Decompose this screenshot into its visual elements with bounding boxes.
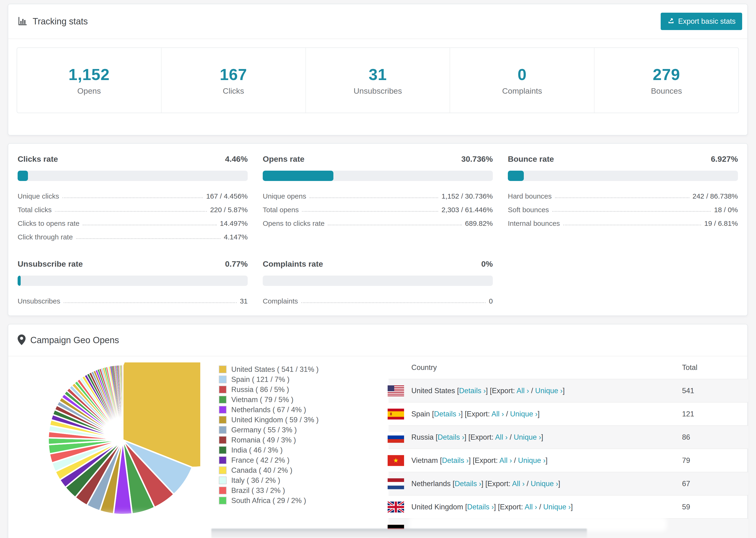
export-unique-link[interactable]: Unique ›: [535, 387, 563, 395]
rate-row-label: Unique clicks: [18, 192, 59, 200]
legend-swatch: [219, 426, 227, 434]
legend-label: Canada ( 40 / 2% ): [231, 466, 292, 475]
progress-bar-fill: [18, 276, 21, 286]
rate-row: Click through rate 4.147%: [18, 228, 248, 241]
legend-label: United States ( 541 / 31% ): [231, 365, 319, 374]
details-link[interactable]: Details ›: [438, 433, 464, 441]
legend-item: Brazil ( 33 / 2% ): [219, 485, 319, 496]
geo-body: United States ( 541 / 31% ) Spain ( 121 …: [8, 356, 747, 538]
country-total: 59: [682, 503, 690, 511]
legend-swatch: [219, 446, 227, 454]
flag-gb-icon: [388, 501, 404, 512]
flag-vn-icon: [388, 455, 404, 466]
legend-swatch: [219, 476, 227, 484]
dotted-leader: [309, 197, 438, 198]
country-total: 79: [682, 456, 690, 465]
geo-pie-chart[interactable]: [45, 362, 200, 517]
legend-item: Russia ( 86 / 5% ): [219, 385, 319, 395]
country-name: Spain: [411, 410, 430, 418]
legend-item: France ( 42 / 2% ): [219, 455, 319, 465]
rates-grid: Clicks rate 4.46% Unique clicks 167 / 4.…: [8, 144, 747, 316]
country-name: Vietnam: [411, 456, 438, 464]
rate-row-label: Total clicks: [18, 206, 52, 214]
summary-row: 1,152 Opens 167 Clicks 31 Unsubscribes 0…: [17, 47, 739, 113]
map-pin-icon: [18, 335, 26, 346]
export-unique-link[interactable]: Unique ›: [531, 480, 558, 488]
export-all-link[interactable]: All ›: [512, 480, 524, 488]
rate-row: Opens to clicks rate 689.82%: [263, 214, 493, 228]
rates-card: Clicks rate 4.46% Unique clicks 167 / 4.…: [8, 143, 748, 316]
rate-row: Clicks to opens rate 14.497%: [18, 214, 248, 228]
export-all-link[interactable]: All ›: [495, 433, 508, 441]
export-unique-link[interactable]: Unique ›: [514, 433, 541, 441]
details-link[interactable]: Details ›: [467, 503, 494, 511]
flag-nl-icon: [388, 478, 404, 489]
legend-item: Canada ( 40 / 2% ): [219, 465, 319, 475]
dotted-leader: [76, 238, 220, 239]
dotted-leader: [302, 211, 438, 212]
export-basic-stats-button[interactable]: Export basic stats: [661, 13, 742, 30]
legend-label: Italy ( 36 / 2% ): [231, 476, 280, 485]
legend-swatch: [219, 456, 227, 464]
rate-row-label: Clicks to opens rate: [18, 219, 80, 228]
rate-row-value: 689.82%: [465, 219, 493, 228]
rate-value: 4.46%: [225, 154, 248, 164]
legend-item: Netherlands ( 67 / 4% ): [219, 405, 319, 415]
dotted-leader: [563, 225, 701, 225]
export-unique-link[interactable]: Unique ›: [510, 410, 537, 418]
rate-row: Complaints 0: [263, 292, 493, 305]
dotted-leader: [64, 302, 237, 303]
legend-item: Italy ( 36 / 2% ): [219, 475, 319, 485]
country-total: 86: [682, 433, 690, 442]
legend-label: Netherlands ( 67 / 4% ): [231, 405, 306, 414]
rate-row-value: 0: [489, 297, 493, 305]
tracking-stats-header: Tracking stats Export basic stats: [8, 4, 747, 39]
rate-row-value: 4.147%: [224, 233, 248, 241]
rate-row-value: 2,303 / 61.446%: [441, 206, 493, 214]
rate-row-label: Total opens: [263, 206, 298, 214]
stat-label: Opens: [77, 86, 101, 95]
rate-row-value: 31: [240, 297, 248, 305]
dotted-leader: [82, 225, 216, 225]
page-title: Tracking stats: [33, 17, 88, 27]
legend-label: South Africa ( 29 / 2% ): [231, 497, 306, 505]
rate-row: Internal bounces 19 / 6.81%: [508, 214, 738, 228]
rate-block: Opens rate 30.736% Unique opens 1,152 / …: [263, 154, 493, 241]
dotted-leader: [301, 302, 486, 303]
stat-value: 31: [369, 65, 387, 83]
summary-cell: 279 Bounces: [594, 48, 738, 113]
tracking-stats-page: Tracking stats Export basic stats 1,152 …: [0, 0, 756, 538]
rate-row-label: Soft bounces: [508, 206, 549, 214]
rate-value: 0.77%: [225, 259, 248, 269]
progress-bar: [18, 171, 248, 181]
legend-label: India ( 46 / 3% ): [231, 446, 283, 455]
rate-title: Unsubscribe rate: [18, 259, 83, 269]
export-all-link[interactable]: All ›: [491, 410, 504, 418]
details-link[interactable]: Details ›: [455, 480, 481, 488]
legend-label: Brazil ( 33 / 2% ): [231, 486, 285, 495]
rate-row-label: Click through rate: [18, 233, 73, 241]
country-name: United States: [411, 387, 455, 395]
details-link[interactable]: Details ›: [459, 387, 486, 395]
stat-value: 167: [220, 65, 247, 83]
horizontal-scrollbar[interactable]: [211, 529, 587, 538]
export-all-link[interactable]: All ›: [516, 387, 529, 395]
progress-bar: [18, 276, 248, 286]
export-all-link[interactable]: All ›: [499, 456, 512, 464]
summary-cell: 31 Unsubscribes: [306, 48, 450, 113]
export-unique-link[interactable]: Unique ›: [518, 456, 545, 464]
bottom-left-fade: [17, 514, 233, 538]
country-total: 541: [682, 387, 694, 395]
rate-row-value: 1,152 / 30.736%: [441, 192, 493, 200]
rate-row: Hard bounces 242 / 86.738%: [508, 187, 738, 200]
export-all-link[interactable]: All ›: [524, 503, 537, 511]
details-link[interactable]: Details ›: [434, 410, 461, 418]
geo-opens-card: Campaign Geo Opens United States ( 541 /…: [8, 324, 748, 538]
total-column-header: Total: [682, 363, 697, 372]
progress-bar-fill: [508, 171, 524, 181]
rate-block: Bounce rate 6.927% Hard bounces 242 / 86…: [508, 154, 738, 241]
details-link[interactable]: Details ›: [442, 456, 469, 464]
export-unique-link[interactable]: Unique ›: [543, 503, 571, 511]
pie-legend: United States ( 541 / 31% ) Spain ( 121 …: [219, 364, 319, 506]
flag-es-icon: [388, 408, 404, 419]
